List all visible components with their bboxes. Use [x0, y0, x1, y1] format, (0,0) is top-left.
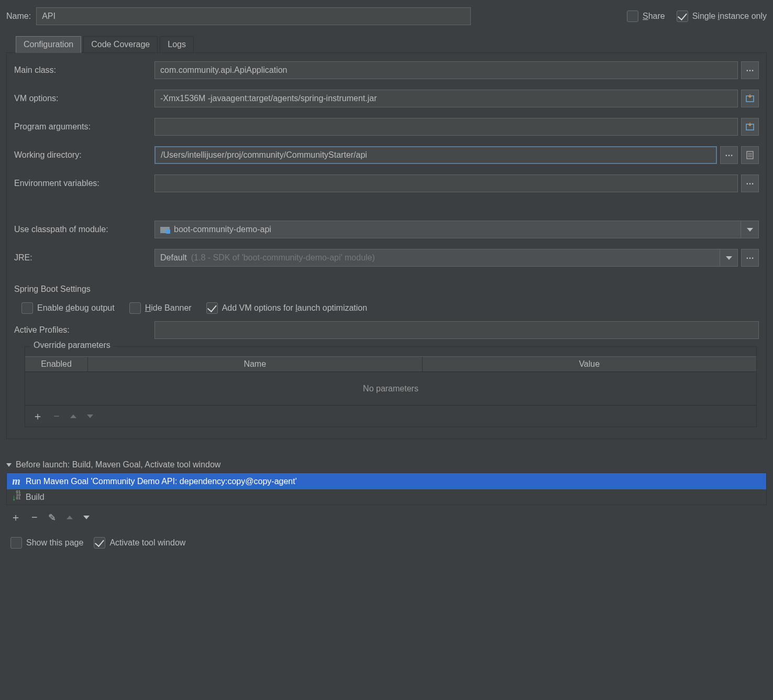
override-table-empty: No parameters: [25, 372, 756, 406]
col-enabled[interactable]: Enabled: [25, 357, 88, 371]
working-dir-macro-button[interactable]: [741, 146, 759, 164]
vm-options-input[interactable]: [154, 90, 738, 107]
vm-launch-label: Add VM options for launch optimization: [222, 303, 368, 313]
move-down-button[interactable]: [87, 414, 93, 418]
jre-select[interactable]: Default (1.8 - SDK of 'boot-community-de…: [154, 249, 738, 267]
maven-icon: m: [11, 475, 21, 487]
share-checkbox[interactable]: Share: [627, 10, 665, 22]
col-value[interactable]: Value: [423, 357, 757, 371]
expand-vm-options-button[interactable]: [741, 90, 759, 107]
enable-debug-label: Enable debug output: [37, 303, 115, 313]
single-instance-checkbox[interactable]: Single instance only: [677, 10, 767, 22]
vm-launch-checkbox[interactable]: Add VM options for launch optimization: [206, 302, 368, 314]
browse-working-dir-button[interactable]: [720, 146, 738, 164]
bl-move-up-button[interactable]: [67, 516, 73, 519]
hide-banner-checkbox[interactable]: Hide Banner: [129, 302, 192, 314]
hide-banner-label: Hide Banner: [145, 303, 192, 313]
activate-win-label: Activate tool window: [109, 538, 185, 548]
classpath-value: boot-community-demo-api: [174, 225, 271, 234]
name-input[interactable]: [36, 7, 471, 25]
before-launch-toggle[interactable]: Before launch: Build, Maven Goal, Activa…: [6, 460, 767, 469]
expand-program-args-button[interactable]: [741, 118, 759, 136]
checkbox-icon: [21, 302, 33, 314]
bl-item-label: Build: [26, 493, 45, 502]
add-param-button[interactable]: ＋: [32, 409, 43, 423]
before-launch-item-build[interactable]: ↓011001 Build: [7, 489, 766, 505]
name-label: Name:: [6, 12, 31, 21]
show-page-label: Show this page: [26, 538, 83, 548]
jre-value: Default: [160, 253, 187, 262]
browse-main-class-button[interactable]: [741, 61, 759, 79]
active-profiles-input[interactable]: [154, 321, 759, 339]
classpath-label: Use classpath of module:: [14, 225, 154, 234]
active-profiles-label: Active Profiles:: [14, 325, 154, 335]
bl-move-down-button[interactable]: [83, 516, 90, 519]
env-vars-label: Environment variables:: [14, 179, 154, 188]
jre-label: JRE:: [14, 253, 154, 262]
browse-jre-button[interactable]: [741, 249, 759, 267]
checkbox-icon: [677, 10, 688, 22]
browse-env-vars-button[interactable]: [741, 174, 759, 192]
move-up-button[interactable]: [70, 414, 76, 418]
override-table-header: Enabled Name Value: [25, 356, 756, 372]
env-vars-input[interactable]: [154, 174, 738, 192]
before-launch-item-maven[interactable]: m Run Maven Goal 'Community Demo API: de…: [7, 473, 766, 489]
tab-logs[interactable]: Logs: [160, 36, 194, 53]
chevron-down-icon: [747, 228, 753, 232]
checkbox-icon: [10, 537, 22, 549]
vm-options-label: VM options:: [14, 94, 154, 103]
share-label: Share: [643, 12, 665, 21]
chevron-down-icon: [726, 256, 732, 260]
checkbox-icon: [129, 302, 141, 314]
main-class-input[interactable]: [154, 61, 738, 79]
bl-edit-button[interactable]: ✎: [48, 512, 56, 523]
activate-tool-window-checkbox[interactable]: Activate tool window: [94, 537, 185, 549]
tab-code-coverage[interactable]: Code Coverage: [83, 36, 158, 53]
checkbox-icon: [627, 10, 638, 22]
tab-configuration[interactable]: Configuration: [16, 36, 81, 53]
working-dir-label: Working directory:: [14, 150, 154, 160]
spring-boot-settings-title: Spring Boot Settings: [14, 285, 759, 294]
working-dir-input[interactable]: [154, 146, 717, 164]
program-args-label: Program arguments:: [14, 122, 154, 132]
chevron-down-icon: [6, 463, 12, 467]
enable-debug-checkbox[interactable]: Enable debug output: [21, 302, 115, 314]
remove-param-button[interactable]: −: [53, 410, 60, 422]
checkbox-icon: [94, 537, 105, 549]
bl-item-label: Run Maven Goal 'Community Demo API: depe…: [26, 477, 297, 486]
bl-remove-button[interactable]: −: [31, 511, 38, 523]
module-folder-icon: [160, 226, 170, 233]
before-launch-title: Before launch: Build, Maven Goal, Activa…: [16, 460, 220, 469]
build-icon: ↓011001: [11, 491, 21, 502]
bl-add-button[interactable]: ＋: [10, 510, 21, 524]
override-parameters-title: Override parameters: [30, 341, 114, 350]
program-args-input[interactable]: [154, 118, 738, 136]
checkbox-icon: [206, 302, 218, 314]
jre-hint: (1.8 - SDK of 'boot-community-demo-api' …: [191, 253, 375, 262]
show-this-page-checkbox[interactable]: Show this page: [10, 537, 83, 549]
col-name[interactable]: Name: [88, 357, 423, 371]
main-class-label: Main class:: [14, 65, 154, 75]
single-instance-label: Single instance only: [692, 12, 767, 21]
classpath-module-select[interactable]: boot-community-demo-api: [154, 221, 759, 238]
